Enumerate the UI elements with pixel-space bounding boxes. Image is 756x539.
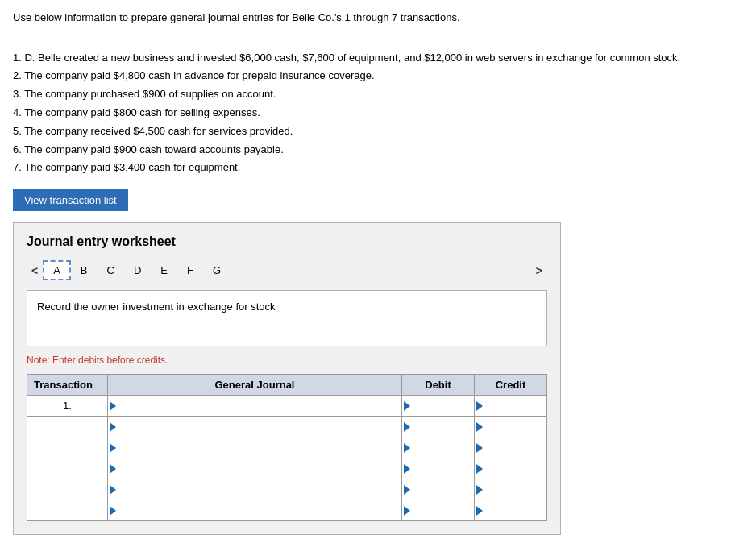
- triangle-indicator: [476, 401, 483, 411]
- transaction-5: 5. The company received $4,500 cash for …: [13, 123, 743, 140]
- table-row: 1.: [27, 396, 547, 417]
- credit-cell-1[interactable]: [475, 396, 547, 417]
- triangle-indicator: [404, 422, 410, 432]
- col-header-debit: Debit: [402, 375, 475, 396]
- transaction-cell-3: [27, 437, 108, 458]
- journal-input-4[interactable]: [116, 458, 401, 479]
- credit-cell-5[interactable]: [475, 479, 547, 500]
- col-header-credit: Credit: [475, 375, 547, 396]
- description-box: Record the owner investment in exchange …: [27, 290, 547, 346]
- transaction-cell-1: 1.: [27, 396, 108, 417]
- worksheet-container: Journal entry worksheet < A B C D E F G …: [13, 222, 561, 535]
- transaction-1: 1. D. Belle created a new business and i…: [13, 50, 743, 67]
- debit-input-2[interactable]: [410, 417, 474, 437]
- debit-input-4[interactable]: [410, 458, 474, 479]
- triangle-indicator: [110, 506, 116, 516]
- journal-input-6[interactable]: [116, 500, 401, 520]
- tab-g[interactable]: G: [203, 261, 231, 280]
- transaction-4: 4. The company paid $800 cash for sellin…: [13, 105, 743, 122]
- journal-cell-4[interactable]: [108, 458, 402, 479]
- debit-input-3[interactable]: [410, 437, 474, 458]
- triangle-indicator: [476, 506, 483, 516]
- tab-c[interactable]: C: [98, 261, 124, 280]
- table-row: [27, 437, 547, 458]
- journal-input-5[interactable]: [116, 479, 401, 500]
- table-row: [27, 458, 547, 479]
- view-transaction-button[interactable]: View transaction list: [13, 189, 128, 211]
- debit-cell-2[interactable]: [402, 417, 475, 437]
- journal-input-1[interactable]: [116, 396, 401, 416]
- triangle-indicator: [476, 485, 483, 495]
- credit-cell-2[interactable]: [475, 417, 547, 437]
- credit-cell-3[interactable]: [475, 437, 547, 458]
- triangle-indicator: [476, 443, 483, 453]
- col-header-transaction: Transaction: [27, 375, 108, 396]
- transaction-2: 2. The company paid $4,800 cash in advan…: [13, 68, 743, 85]
- tab-a[interactable]: A: [43, 260, 71, 280]
- transaction-3: 3. The company purchased $900 of supplie…: [13, 86, 743, 103]
- debit-input-1[interactable]: [410, 396, 474, 416]
- credit-cell-6[interactable]: [475, 500, 547, 521]
- triangle-indicator: [110, 422, 116, 432]
- credit-input-2[interactable]: [483, 417, 546, 437]
- triangle-indicator: [404, 401, 410, 411]
- triangle-indicator: [476, 422, 483, 432]
- journal-cell-1[interactable]: [108, 396, 402, 417]
- transaction-cell-6: [27, 500, 108, 521]
- tab-navigation: < A B C D E F G >: [27, 260, 547, 280]
- journal-input-3[interactable]: [116, 437, 401, 458]
- triangle-indicator: [476, 464, 483, 474]
- credit-input-6[interactable]: [483, 500, 546, 520]
- journal-cell-2[interactable]: [108, 417, 402, 437]
- triangle-indicator: [110, 401, 116, 411]
- tab-d[interactable]: D: [124, 261, 151, 280]
- instructions-section: Use below information to prepare general…: [13, 10, 743, 176]
- tab-f[interactable]: F: [177, 261, 203, 280]
- col-header-general-journal: General Journal: [108, 375, 402, 396]
- table-row: [27, 479, 547, 500]
- journal-input-2[interactable]: [116, 417, 401, 437]
- journal-table: Transaction General Journal Debit Credit…: [27, 374, 547, 521]
- transaction-cell-2: [27, 417, 108, 437]
- table-row: [27, 500, 547, 521]
- debit-input-6[interactable]: [410, 500, 474, 520]
- triangle-indicator: [110, 464, 116, 474]
- debit-input-5[interactable]: [410, 479, 474, 500]
- transaction-list: 1. D. Belle created a new business and i…: [13, 50, 743, 177]
- transaction-6: 6. The company paid $900 cash toward acc…: [13, 142, 743, 159]
- triangle-indicator: [404, 443, 410, 453]
- transaction-7: 7. The company paid $3,400 cash for equi…: [13, 160, 743, 176]
- journal-cell-6[interactable]: [108, 500, 402, 521]
- debit-cell-6[interactable]: [402, 500, 475, 521]
- transaction-cell-4: [27, 458, 108, 479]
- triangle-indicator: [404, 464, 410, 474]
- description-text: Record the owner investment in exchange …: [37, 301, 276, 313]
- triangle-indicator: [110, 443, 116, 453]
- debit-cell-3[interactable]: [402, 437, 475, 458]
- journal-cell-3[interactable]: [108, 437, 402, 458]
- tab-e[interactable]: E: [151, 261, 177, 280]
- worksheet-title: Journal entry worksheet: [27, 234, 547, 249]
- debit-cell-1[interactable]: [402, 396, 475, 417]
- triangle-indicator: [404, 485, 410, 495]
- credit-input-3[interactable]: [483, 437, 546, 458]
- transaction-cell-5: [27, 479, 108, 500]
- table-row: [27, 417, 547, 437]
- tab-next-arrow[interactable]: >: [531, 261, 547, 280]
- credit-input-1[interactable]: [483, 396, 546, 416]
- credit-input-4[interactable]: [483, 458, 546, 479]
- triangle-indicator: [404, 506, 410, 516]
- debit-cell-5[interactable]: [402, 479, 475, 500]
- credit-cell-4[interactable]: [475, 458, 547, 479]
- credit-input-5[interactable]: [483, 479, 546, 500]
- tab-prev-arrow[interactable]: <: [27, 261, 43, 280]
- tab-b[interactable]: B: [71, 261, 98, 280]
- note-text: Note: Enter debits before credits.: [27, 354, 547, 366]
- debit-cell-4[interactable]: [402, 458, 475, 479]
- triangle-indicator: [110, 485, 116, 495]
- intro-text: Use below information to prepare general…: [13, 10, 743, 27]
- journal-cell-5[interactable]: [108, 479, 402, 500]
